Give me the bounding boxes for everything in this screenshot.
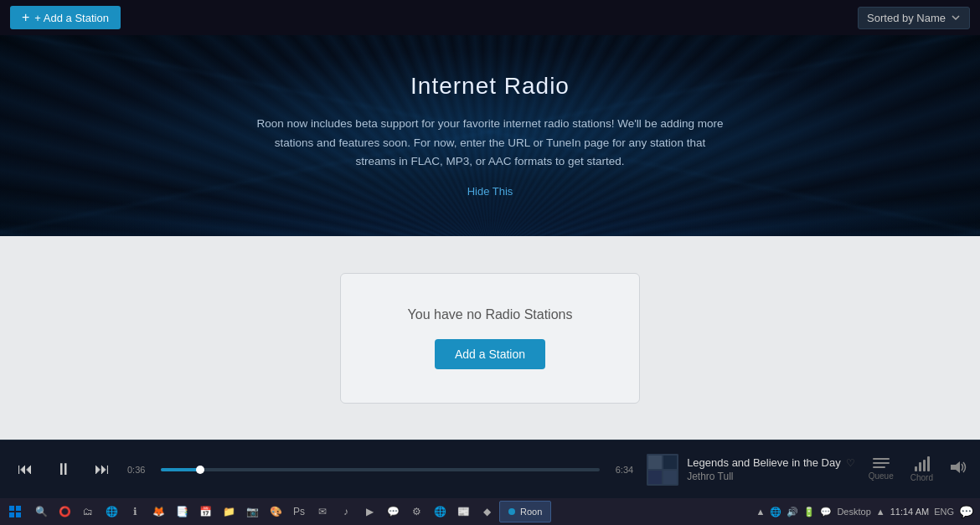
hero-content: Internet Radio Roon now includes beta su…	[239, 73, 741, 199]
taskbar-right: ▲ 🌐 🔊 🔋 💬 Desktop ▲ 11:14 AM ENG 💬	[756, 505, 977, 518]
chevron-down-icon	[951, 13, 961, 23]
svg-rect-2	[663, 456, 677, 469]
roon-app-dot	[508, 508, 515, 515]
empty-state-card: You have no Radio Stations Add a Station	[340, 273, 641, 404]
total-time: 6:34	[608, 465, 633, 475]
taskbar-calendar-icon[interactable]: 📅	[194, 501, 216, 522]
main-content: You have no Radio Stations Add a Station	[0, 236, 980, 440]
heart-icon[interactable]: ♡	[846, 457, 855, 469]
pause-button[interactable]: ⏸	[52, 458, 75, 481]
roon-taskbar-button[interactable]: Roon	[499, 501, 551, 522]
queue-label: Queue	[869, 471, 894, 481]
taskbar-bookmark-icon[interactable]: 📑	[171, 501, 193, 522]
hide-this-link[interactable]: Hide This	[467, 185, 513, 198]
taskbar-volume-icon[interactable]: 🔊	[787, 507, 798, 517]
taskbar-firefox-icon[interactable]: 🦊	[147, 501, 169, 522]
add-station-top-button[interactable]: + + Add a Station	[10, 6, 121, 29]
svg-rect-1	[648, 456, 662, 469]
taskbar-icons: 🔍 ⭕ 🗂 🌐 ℹ 🦊 📑 📅 📁 📷 🎨 Ps ✉ ♪ ▶ 💬 ⚙ 🌐 📰 ◆…	[30, 501, 753, 522]
sort-label: Sorted by Name	[867, 12, 946, 24]
taskbar-tray-arrow[interactable]: ▲	[756, 507, 766, 517]
prev-button[interactable]: ⏮	[13, 458, 37, 481]
volume-button[interactable]	[950, 460, 967, 479]
current-time: 0:36	[127, 465, 152, 475]
taskbar-time: 11:14 AM	[890, 506, 929, 517]
taskbar-mail-icon[interactable]: ✉	[312, 501, 333, 522]
svg-rect-3	[648, 471, 662, 484]
player-bar: ⏮ ⏸ ⏭ 0:36 6:34 Legends and Believe in t…	[0, 440, 980, 498]
svg-rect-8	[915, 466, 917, 471]
queue-button[interactable]: Queue	[869, 458, 894, 481]
svg-rect-6	[873, 462, 890, 464]
add-station-top-label: + Add a Station	[34, 12, 109, 24]
svg-rect-7	[873, 466, 885, 468]
taskbar-screenshots-icon[interactable]: 📷	[241, 501, 263, 522]
track-name-row: Legends and Believe in the Day ♡	[687, 456, 855, 469]
player-right-controls: Queue Chord	[869, 456, 967, 482]
empty-state-message: You have no Radio Stations	[408, 307, 573, 322]
player-controls: ⏮ ⏸ ⏭	[13, 458, 114, 481]
taskbar-action-center[interactable]: 💬	[820, 507, 832, 517]
taskbar-video-icon[interactable]: ▶	[358, 501, 380, 522]
sort-dropdown[interactable]: Sorted by Name	[858, 7, 970, 29]
taskbar-search-icon[interactable]: 🔍	[30, 501, 52, 522]
taskbar-chevron[interactable]: ▲	[876, 507, 885, 517]
taskbar-settings-icon[interactable]: ⚙	[405, 501, 427, 522]
hero-description: Roon now includes beta support for your …	[255, 115, 725, 172]
svg-rect-10	[923, 460, 926, 471]
track-artist: Jethro Tull	[687, 471, 855, 482]
svg-rect-14	[16, 506, 21, 511]
taskbar-edge-icon[interactable]: 🌐	[101, 501, 122, 522]
svg-rect-4	[663, 471, 677, 484]
taskbar-news-icon[interactable]: 📰	[452, 501, 474, 522]
taskbar-paint-icon[interactable]: 🎨	[265, 501, 286, 522]
svg-rect-13	[9, 506, 14, 511]
taskbar-notification-icon[interactable]: 💬	[959, 505, 973, 518]
track-name: Legends and Believe in the Day	[687, 456, 841, 469]
taskbar-network-icon[interactable]: 🌐	[770, 507, 781, 517]
taskbar-music-icon[interactable]: ♪	[335, 501, 357, 522]
hero-title: Internet Radio	[255, 73, 725, 100]
taskbar: 🔍 ⭕ 🗂 🌐 ℹ 🦊 📑 📅 📁 📷 🎨 Ps ✉ ♪ ▶ 💬 ⚙ 🌐 📰 ◆…	[0, 498, 980, 525]
svg-rect-15	[9, 512, 14, 517]
taskbar-photoshop-icon[interactable]: Ps	[288, 501, 310, 522]
taskbar-clock[interactable]: 11:14 AM	[890, 506, 929, 517]
svg-rect-9	[919, 462, 921, 471]
track-info: Legends and Believe in the Day ♡ Jethro …	[647, 454, 855, 486]
chord-button[interactable]: Chord	[910, 456, 933, 482]
track-details: Legends and Believe in the Day ♡ Jethro …	[687, 456, 855, 482]
svg-rect-11	[927, 456, 930, 471]
start-button[interactable]	[3, 500, 27, 523]
plus-icon: +	[22, 11, 29, 24]
progress-handle	[196, 466, 204, 474]
svg-rect-16	[16, 512, 21, 517]
svg-rect-5	[873, 458, 890, 460]
roon-app-label: Roon	[520, 507, 542, 517]
progress-fill	[161, 468, 200, 471]
taskbar-chat-icon[interactable]: 💬	[382, 501, 404, 522]
taskbar-explorer-icon[interactable]: 📁	[218, 501, 240, 522]
next-button[interactable]: ⏭	[90, 458, 114, 481]
hero-section: Internet Radio Roon now includes beta su…	[0, 35, 980, 236]
add-station-main-button[interactable]: Add a Station	[435, 339, 545, 369]
top-bar: + + Add a Station Sorted by Name	[0, 0, 980, 35]
taskbar-ie-icon[interactable]: ℹ	[124, 501, 146, 522]
taskbar-cortana-icon[interactable]: ⭕	[54, 501, 75, 522]
progress-bar[interactable]	[161, 468, 600, 471]
taskbar-lang: ENG	[934, 507, 954, 517]
taskbar-battery-icon[interactable]: 🔋	[803, 507, 815, 517]
taskbar-browser2-icon[interactable]: 🌐	[429, 501, 451, 522]
taskbar-taskview-icon[interactable]: 🗂	[77, 501, 99, 522]
taskbar-extra1-icon[interactable]: ◆	[476, 501, 498, 522]
chord-label: Chord	[910, 473, 933, 482]
taskbar-desktop-label[interactable]: Desktop	[837, 507, 870, 517]
svg-marker-12	[951, 461, 960, 473]
progress-section: 0:36 6:34	[127, 465, 633, 475]
album-art	[647, 454, 678, 486]
